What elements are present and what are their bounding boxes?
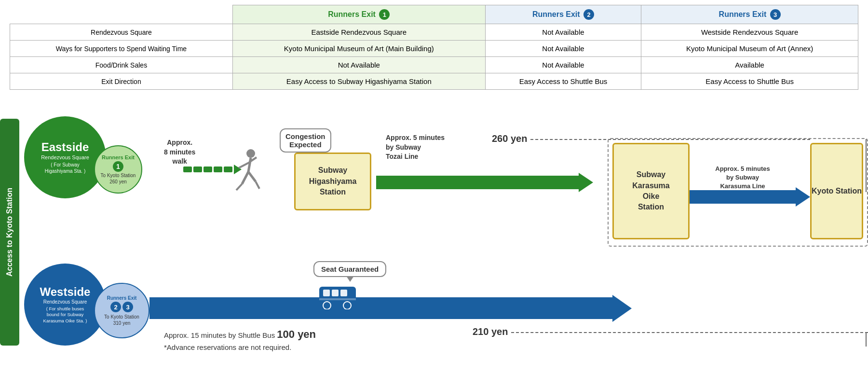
arrow-text-mid: Approx. 5 minutesby SubwayKarasuma Line <box>704 165 781 191</box>
svg-line-7 <box>256 181 259 189</box>
row-exit2-waiting: Not Available <box>485 41 641 57</box>
subway-higashiyama-box: SubwayHigashiyamaStation <box>294 153 371 210</box>
connector-top-right <box>866 139 867 192</box>
svg-line-1 <box>248 158 251 172</box>
row-exit3-waiting: Kyoto Municipal Museum of Art (Annex) <box>641 41 858 57</box>
exit1-num: 1 <box>379 9 390 20</box>
shuttle-text: Approx. 15 minutes by Shuttle Bus 100 ye… <box>164 326 316 353</box>
svg-rect-14 <box>319 298 356 300</box>
exit23-nums: 2 3 <box>110 302 133 312</box>
svg-point-0 <box>246 149 255 158</box>
svg-rect-11 <box>340 290 347 296</box>
row-label-exit-dir: Exit Direction <box>10 73 233 90</box>
kyoto-station-box: Kyoto Station <box>810 143 863 239</box>
table-header-empty <box>10 5 233 24</box>
svg-rect-10 <box>332 290 339 296</box>
row-label-food: Food/Drink Sales <box>10 57 233 73</box>
table-row: Ways for Supporters to Spend Waiting Tim… <box>10 41 858 57</box>
svg-point-13 <box>343 302 351 309</box>
table-row: Food/Drink Sales Not Available Not Avail… <box>10 57 858 73</box>
dashed-line-bottom <box>511 332 868 333</box>
exit3-num: 3 <box>770 9 781 20</box>
table-row: Exit Direction Easy Access to Subway Hig… <box>10 73 858 90</box>
row-exit3-food: Available <box>641 57 858 73</box>
row-exit3-dir: Easy Access to Shuttle Bus <box>641 73 858 90</box>
exit1-circle: Runners Exit 1 To Kyoto Station 260 yen <box>94 145 142 194</box>
row-exit1-waiting: Kyoto Municipal Museum of Art (Main Buil… <box>232 41 485 57</box>
congestion-bubble: CongestionExpected <box>280 128 331 153</box>
row-label-rendezvous: Rendezvous Square <box>10 24 233 41</box>
bus-icon <box>318 283 357 316</box>
subway-karasuma-box: SubwayKarasumaOikeStation <box>612 143 690 239</box>
svg-rect-9 <box>323 290 330 296</box>
row-exit1-rendezvous: Eastside Rendezvous Square <box>232 24 485 41</box>
diagram-section: Access to Kyoto Station Eastside Rendezv… <box>0 90 868 375</box>
dashed-line-top <box>530 139 810 140</box>
green-subway-arrow <box>376 176 593 189</box>
row-exit1-dir: Easy Access to Subway Higashiyama Statio… <box>232 73 485 90</box>
row-exit1-food: Not Available <box>232 57 485 73</box>
walk-person-icon <box>231 148 265 193</box>
eastside-circle: Eastside Rendezvous Square ( For SubwayH… <box>24 116 106 198</box>
exit2-num: 2 <box>583 9 594 20</box>
blue-bus-arrow <box>149 297 632 319</box>
price-210-label: 210 yen <box>473 326 508 337</box>
svg-point-12 <box>323 302 331 309</box>
svg-line-5 <box>236 184 242 190</box>
exit23-circle: Runners Exit 2 3 To Kyoto Station 310 ye… <box>94 283 149 338</box>
table-row: Rendezvous Square Eastside Rendezvous Sq… <box>10 24 858 41</box>
seat-guaranteed-bubble: Seat Guaranteed <box>313 261 386 277</box>
price-260-label: 260 yen <box>492 133 527 144</box>
connector-bottom-right <box>866 332 867 347</box>
row-exit2-food: Not Available <box>485 57 641 73</box>
table-header-exit2: Runners Exit 2 <box>485 5 641 24</box>
access-label: Access to Kyoto Station <box>0 119 19 346</box>
table-header-exit3: Runners Exit 3 <box>641 5 858 24</box>
row-label-waiting: Ways for Supporters to Spend Waiting Tim… <box>10 41 233 57</box>
table-section: Runners Exit 1 Runners Exit 2 Runners Ex… <box>0 0 868 90</box>
table-header-exit1: Runners Exit 1 <box>232 5 485 24</box>
walk-text: Approx.8 minuteswalk <box>164 138 195 167</box>
row-exit2-rendezvous: Not Available <box>485 24 641 41</box>
info-table: Runners Exit 1 Runners Exit 2 Runners Ex… <box>10 5 858 90</box>
svg-line-6 <box>248 172 256 181</box>
row-exit2-dir: Easy Access to Shuttle Bus <box>485 73 641 90</box>
blue-subway-arrow <box>690 190 810 204</box>
row-exit3-rendezvous: Westside Rendezvous Square <box>641 24 858 41</box>
arrow-text-top: Approx. 5 minutesby SubwayTozai Line <box>386 133 445 162</box>
svg-line-4 <box>242 172 248 184</box>
westside-circle: Westside Rendezvous Square ( For shuttle… <box>24 264 106 346</box>
